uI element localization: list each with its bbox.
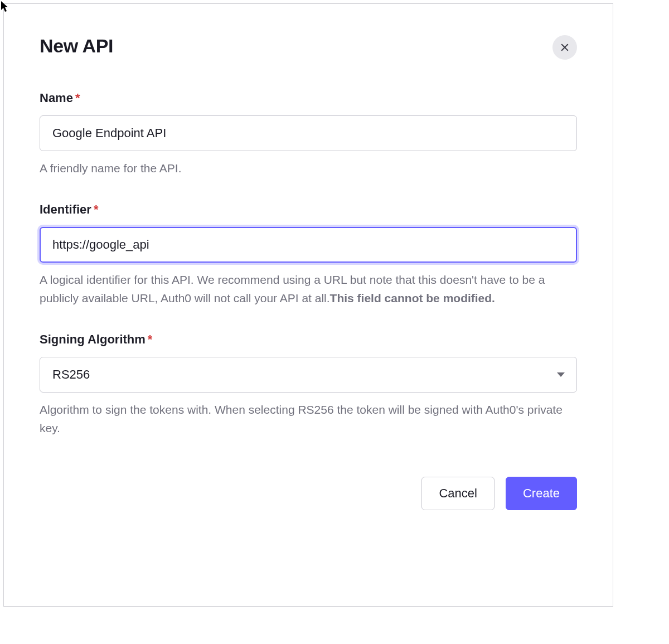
new-api-dialog: New API Name* A friendly name for the AP… — [3, 3, 613, 607]
signing-algorithm-label: Signing Algorithm* — [40, 332, 577, 347]
required-asterisk: * — [75, 91, 80, 105]
identifier-helper-bold: This field cannot be modified. — [330, 292, 495, 304]
identifier-input[interactable] — [40, 227, 577, 263]
signing-algorithm-field-group: Signing Algorithm* Algorithm to sign the… — [40, 332, 577, 438]
name-label-text: Name — [40, 91, 73, 105]
signing-algorithm-select-wrap — [40, 357, 577, 393]
signing-algorithm-helper-text: Algorithm to sign the tokens with. When … — [40, 400, 577, 438]
name-input[interactable] — [40, 115, 577, 151]
identifier-field-group: Identifier* A logical identifier for thi… — [40, 202, 577, 308]
required-asterisk: * — [94, 202, 99, 216]
name-label: Name* — [40, 91, 577, 105]
dialog-title: New API — [40, 35, 113, 57]
cursor-icon — [1, 1, 10, 12]
identifier-label: Identifier* — [40, 202, 577, 217]
required-asterisk: * — [148, 332, 153, 346]
close-button[interactable] — [552, 35, 577, 60]
create-button[interactable]: Create — [506, 477, 577, 510]
dialog-header: New API — [40, 35, 577, 60]
name-helper-text: A friendly name for the API. — [40, 159, 577, 178]
dialog-footer: Cancel Create — [40, 477, 577, 510]
name-field-group: Name* A friendly name for the API. — [40, 91, 577, 178]
close-icon — [560, 42, 570, 52]
cancel-button[interactable]: Cancel — [421, 477, 494, 510]
signing-algorithm-label-text: Signing Algorithm — [40, 332, 146, 346]
signing-algorithm-select[interactable] — [40, 357, 577, 393]
identifier-label-text: Identifier — [40, 202, 91, 216]
identifier-helper-text: A logical identifier for this API. We re… — [40, 270, 577, 308]
